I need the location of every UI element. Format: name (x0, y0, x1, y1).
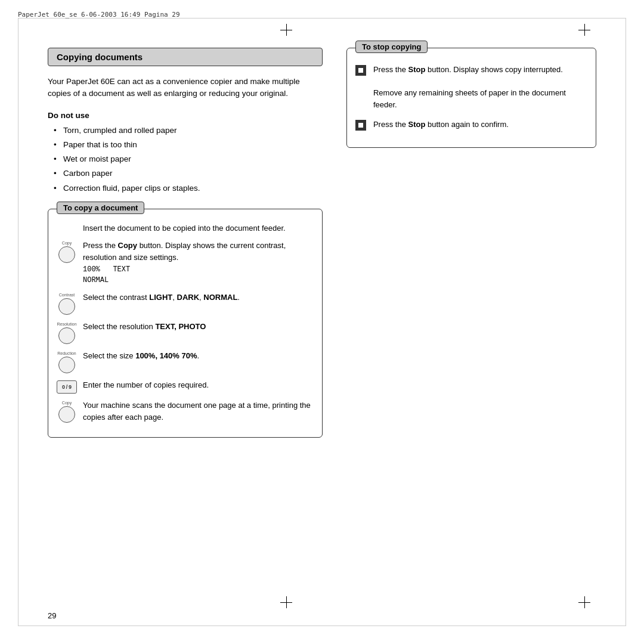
stop-icon-2 (355, 120, 366, 131)
btn-circle-resolution (58, 327, 75, 344)
copy-step-6: 0 / 9 Enter the number of copies require… (57, 379, 314, 394)
stop-copy-box-title: To stop copying (355, 41, 428, 53)
btn-label-reduction: Reduction (57, 351, 76, 355)
right-column: To stop copying Press the Stop button. D… (346, 36, 596, 608)
copy-doc-box: To copy a document Insert the document t… (48, 209, 323, 438)
cross-mark-tl (280, 24, 292, 36)
step-icon-copy2: Copy (57, 400, 77, 423)
stop-icon-inner-2 (358, 123, 363, 128)
step-text-5: Select the size 100%, 140% 70%. (83, 350, 314, 362)
step-text-4: Select the resolution TEXT, PHOTO (83, 321, 314, 333)
copy-step-5: Reduction Select the size 100%, 140% 70%… (57, 350, 314, 373)
list-item: Carbon paper (54, 168, 323, 179)
step-icon-empty (57, 222, 77, 224)
btn-label-copy2: Copy (62, 401, 72, 405)
bullet-list: Torn, crumpled and rolled paper Paper th… (48, 125, 323, 194)
list-item: Paper that is too thin (54, 139, 323, 151)
copy-step-7: Copy Your machine scans the document one… (57, 400, 314, 423)
copy-step-1: Insert the document to be copied into th… (57, 222, 314, 234)
list-item: Correction fluid, paper clips or staples… (54, 182, 323, 194)
btn-label-contrast: Contrast (59, 293, 75, 297)
step-text-6: Enter the number of copies required. (83, 379, 314, 391)
btn-circle-copy2 (58, 406, 75, 423)
step-icon-reduction: Reduction (57, 350, 77, 373)
stop-copy-box: To stop copying Press the Stop button. D… (346, 48, 596, 148)
left-column: Copying documents Your PaperJet 60E can … (48, 36, 323, 608)
copy-step-4: Resolution Select the resolution TEXT, P… (57, 321, 314, 344)
cross-mark-tr (578, 24, 590, 36)
keypad-icon: 0 / 9 (57, 380, 77, 394)
stop-steps: Press the Stop button. Display shows cop… (355, 64, 587, 131)
section-title: Copying documents (48, 48, 323, 66)
intro-text: Your PaperJet 60E can act as a convenien… (48, 76, 323, 100)
list-item: Torn, crumpled and rolled paper (54, 125, 323, 137)
step-icon-resolution: Resolution (57, 321, 77, 344)
header-meta: PaperJet 60e_se 6-06-2003 16:49 Pagina 2… (18, 11, 180, 18)
stop-step-2: Press the Stop button again to confirm. (355, 119, 587, 131)
stop-step-text-1: Press the Stop button. Display shows cop… (373, 64, 587, 110)
copy-steps: Insert the document to be copied into th… (57, 222, 314, 423)
do-not-use-title: Do not use (48, 111, 323, 120)
copy-step-3: Contrast Select the contrast LIGHT, DARK… (57, 292, 314, 315)
stop-step-text-2: Press the Stop button again to confirm. (373, 119, 587, 131)
btn-label-copy: Copy (62, 241, 72, 245)
step-text-1: Insert the document to be copied into th… (83, 222, 314, 234)
btn-circle-contrast (58, 298, 75, 315)
step-icon-copy: Copy (57, 240, 77, 263)
btn-label-resolution: Resolution (57, 322, 76, 326)
step-text-3: Select the contrast LIGHT, DARK, NORMAL. (83, 292, 314, 304)
step-icon-contrast: Contrast (57, 292, 77, 315)
display-readout: 100% TEXTNORMAL (83, 264, 314, 286)
step-text-7: Your machine scans the document one page… (83, 400, 314, 423)
main-content: Copying documents Your PaperJet 60E can … (48, 36, 596, 608)
page-number: 29 (48, 611, 56, 620)
copy-doc-box-title: To copy a document (57, 202, 144, 214)
stop-icon-1 (355, 65, 366, 76)
stop-step-1: Press the Stop button. Display shows cop… (355, 64, 587, 110)
stop-icon-inner-1 (358, 68, 363, 73)
copy-step-2: Copy Press the Copy button. Display show… (57, 240, 314, 286)
step-text-2: Press the Copy button. Display shows the… (83, 240, 314, 286)
btn-circle-copy (58, 246, 75, 263)
page: PaperJet 60e_se 6-06-2003 16:49 Pagina 2… (0, 0, 644, 644)
list-item: Wet or moist paper (54, 153, 323, 165)
step-icon-keypad: 0 / 9 (57, 379, 77, 394)
btn-circle-reduction (58, 357, 75, 373)
